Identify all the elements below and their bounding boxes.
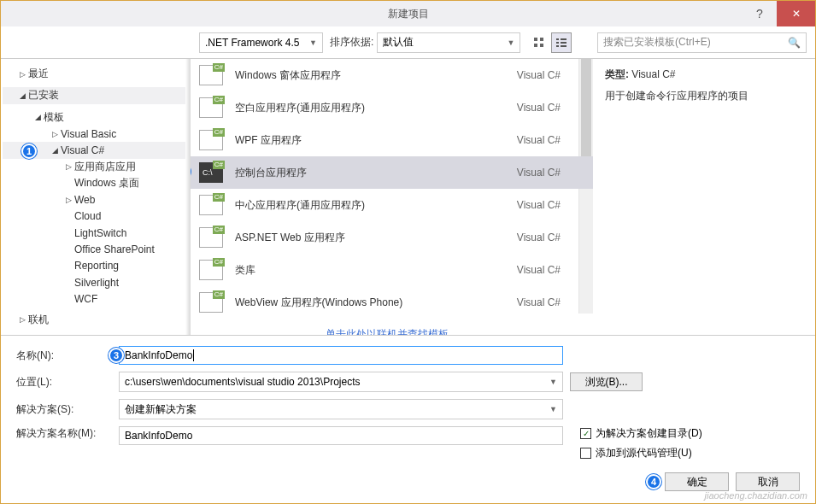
solution-name-input[interactable]: BankInfoDemo [119,426,563,445]
svg-rect-2 [534,44,537,47]
search-placeholder: 搜索已安装模板(Ctrl+E) [603,35,711,50]
nav-recent[interactable]: ▷最近 [3,66,189,82]
svg-rect-7 [561,42,567,44]
info-panel: 类型: Visual C# 用于创建命令行应用程序的项目 [593,59,815,335]
svg-rect-9 [561,45,567,47]
template-icon: C# [199,260,223,280]
solution-name-label: 解决方案名称(M): [16,426,119,441]
template-icon: C# [199,195,223,215]
template-icon: C# [199,292,223,313]
expand-icon: ▷ [50,130,59,138]
type-value: Visual C# [631,68,675,80]
location-label: 位置(L): [16,375,119,390]
create-dir-checkbox[interactable]: ✓为解决方案创建目录(D) [580,426,702,441]
nav-sub-2[interactable]: ▷Web [3,191,189,208]
template-icon: C# [199,130,223,150]
list-item[interactable]: C#ASP.NET Web 应用程序Visual C# [191,221,593,254]
svg-rect-4 [556,38,559,40]
framework-value: .NET Framework 4.5 [205,37,299,49]
svg-rect-1 [540,38,543,41]
chevron-down-icon: ▼ [549,378,557,386]
view-list-button[interactable] [551,32,572,53]
name-label: 名称(N): [16,349,119,363]
nav-sub-0[interactable]: ▷应用商店应用 [3,159,189,175]
list-item[interactable]: C#空白应用程序(通用应用程序)Visual C# [191,91,593,124]
template-icon: C# [199,97,223,118]
expand-icon: ▷ [18,70,26,79]
sort-value: 默认值 [383,35,414,50]
name-input[interactable]: 3 BankInfoDemo [119,346,563,365]
type-label: 类型: [605,68,629,80]
list-item[interactable]: C#Windows 窗体应用程序Visual C# [191,59,593,91]
nav-sub-1[interactable]: Windows 桌面 [3,175,189,191]
nav-vb[interactable]: ▷Visual Basic [3,126,189,142]
nav-sub-3[interactable]: Cloud [3,208,189,225]
checkbox-checked-icon: ✓ [580,428,591,439]
list-item[interactable]: C#WPF 应用程序Visual C# [191,124,593,156]
svg-rect-8 [556,45,559,47]
list-item[interactable]: C#WebView 应用程序(Windows Phone)Visual C# [191,286,593,319]
help-button[interactable]: ? [747,1,772,26]
search-icon: 🔍 [788,37,801,49]
view-grid-button[interactable] [529,32,549,53]
solution-label: 解决方案(S): [16,402,119,417]
source-control-checkbox[interactable]: 添加到源代码管理(U) [580,446,702,460]
nav-templates[interactable]: ◢模板 [3,109,189,126]
description: 用于创建命令行应用程序的项目 [605,89,803,103]
collapse-icon: ◢ [50,146,59,155]
template-icon: C# [199,227,223,248]
cancel-button[interactable]: 取消 [736,472,800,491]
annotation-4: 4 [646,474,661,489]
annotation-3: 3 [109,348,124,363]
online-link-row: 单击此处以联机并查找模板。 [191,319,593,335]
template-icon: C# [199,65,223,85]
ok-button[interactable]: 确定 [665,472,729,491]
sort-label: 排序依据: [330,35,373,50]
expand-icon: ▷ [64,196,73,204]
toolbar: .NET Framework 4.5 ▼ 排序依据: 默认值 ▼ 搜索已安装模板… [1,26,815,59]
titlebar: 新建项目 ? ✕ [1,1,815,26]
svg-rect-0 [534,38,537,41]
nav-sub-6[interactable]: Reporting [3,258,189,274]
collapse-icon: ◢ [33,113,42,121]
list-item[interactable]: 2 C#C:\控制台应用程序Visual C# [191,156,593,189]
chevron-down-icon: ▼ [507,38,514,47]
annotation-1: 1 [21,144,37,159]
chevron-down-icon: ▼ [309,38,317,47]
expand-icon: ▷ [18,315,26,324]
nav-sub-4[interactable]: LightSwitch [3,225,189,241]
nav-sub-5[interactable]: Office SharePoint [3,241,189,257]
nav-installed[interactable]: ◢已安装 [3,87,189,103]
nav-tree: ▷最近 ◢已安装 ◢模板 ▷Visual Basic 1 ◢Visual C# … [1,59,191,335]
nav-vcs[interactable]: 1 ◢Visual C# [3,142,189,158]
list-item[interactable]: C#中心应用程序(通用应用程序)Visual C# [191,189,593,221]
main: ▷最近 ◢已安装 ◢模板 ▷Visual Basic 1 ◢Visual C# … [1,59,815,335]
template-list: C#Windows 窗体应用程序Visual C# C#空白应用程序(通用应用程… [191,59,593,335]
chevron-down-icon: ▼ [549,405,557,413]
cursor-icon [193,349,194,361]
search-input[interactable]: 搜索已安装模板(Ctrl+E) 🔍 [597,32,807,53]
window-title: 新建项目 [388,7,429,21]
list-item[interactable]: C#类库Visual C# [191,254,593,286]
nav-sub-7[interactable]: Silverlight [3,274,189,290]
svg-rect-5 [561,38,567,40]
footer: 4 确定 取消 [16,472,800,491]
location-combo[interactable]: c:\users\wen\documents\visual studio 201… [119,372,563,392]
nav-sub-8[interactable]: WCF [3,290,189,307]
expand-icon: ▷ [64,162,73,171]
close-button[interactable]: ✕ [777,1,815,26]
nav-online[interactable]: ▷联机 [3,312,189,328]
solution-combo[interactable]: 创建新解决方案▼ [119,399,563,419]
online-link[interactable]: 单击此处以联机并查找模板。 [326,328,459,335]
framework-combo[interactable]: .NET Framework 4.5 ▼ [199,32,323,53]
bottom-panel: 名称(N): 3 BankInfoDemo 位置(L): c:\users\we… [1,335,815,503]
svg-rect-3 [540,44,543,47]
checkbox-icon [580,448,591,459]
sort-combo[interactable]: 默认值 ▼ [377,32,520,53]
collapse-icon: ◢ [18,91,26,100]
browse-button[interactable]: 浏览(B)... [570,372,643,391]
template-icon: C#C:\ [199,162,223,183]
svg-rect-6 [556,42,559,44]
